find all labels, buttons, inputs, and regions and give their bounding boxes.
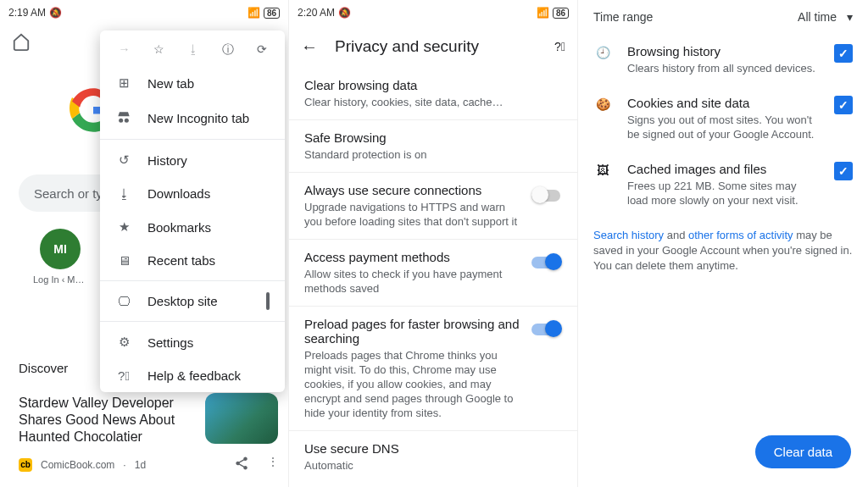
- dropdown-icon[interactable]: ▾: [847, 10, 853, 24]
- dnd-icon: 🔕: [338, 7, 351, 19]
- shortcut-item[interactable]: MI Log In ‹ Mo…: [36, 229, 84, 285]
- refresh-icon[interactable]: ⟳: [257, 42, 267, 58]
- desktop-site-checkbox[interactable]: [266, 292, 270, 310]
- menu-help[interactable]: ?⃝ Help & feedback: [100, 359, 285, 392]
- dnd-icon: 🔕: [49, 7, 62, 19]
- setting-preload-pages[interactable]: Preload pages for faster browsing and se…: [289, 307, 577, 431]
- menu-downloads[interactable]: ⭳ Downloads: [100, 177, 285, 210]
- article-source: ComicBook.com: [41, 459, 114, 471]
- page-title: Privacy and security: [335, 37, 537, 56]
- forward-icon: →: [119, 42, 131, 58]
- menu-incognito[interactable]: New Incognito tab: [100, 100, 285, 136]
- article-thumb: [205, 393, 278, 444]
- access-payment-switch[interactable]: [531, 253, 562, 270]
- devices-icon: 🖥: [115, 253, 132, 268]
- other-activity-link[interactable]: other forms of activity: [688, 229, 793, 241]
- chrome-menu: → ☆ ⭳ ⓘ ⟳ ⊞ New tab New Incognito tab ↺ …: [100, 30, 285, 392]
- cbd-footer-text: Search history and other forms of activi…: [578, 218, 868, 284]
- cookie-icon: 🍪: [593, 96, 612, 111]
- help-icon[interactable]: ?⃝: [554, 40, 565, 53]
- shortcut-badge: MI: [40, 229, 81, 269]
- home-icon[interactable]: [12, 32, 31, 56]
- setting-safe-browsing[interactable]: Safe Browsing Standard protection is on: [289, 120, 577, 173]
- svg-point-1: [125, 119, 129, 123]
- image-icon: 🖼: [593, 162, 612, 177]
- gear-icon: ⚙: [115, 335, 132, 350]
- menu-new-tab[interactable]: ⊞ New tab: [100, 66, 285, 100]
- setting-clear-browsing-data[interactable]: Clear browsing data Clear history, cooki…: [289, 68, 577, 120]
- battery-indicator: 86: [553, 8, 569, 19]
- more-vert-icon[interactable]: ⋮: [268, 456, 278, 473]
- info-icon[interactable]: ⓘ: [222, 42, 234, 58]
- source-badge-icon: cb: [19, 458, 32, 472]
- time-range-value: All time: [798, 10, 837, 24]
- checkbox-checked[interactable]: ✓: [834, 162, 853, 180]
- new-tab-icon: ⊞: [115, 75, 132, 91]
- back-icon[interactable]: ←: [301, 37, 318, 57]
- time-range-label: Time range: [593, 10, 653, 24]
- setting-secure-connections[interactable]: Always use secure connections Upgrade na…: [289, 173, 577, 240]
- star-icon[interactable]: ☆: [153, 42, 164, 58]
- time-range-row[interactable]: Time range All time ▾: [578, 0, 868, 34]
- setting-access-payment[interactable]: Access payment methods Allow sites to ch…: [289, 240, 577, 307]
- search-history-link[interactable]: Search history: [593, 229, 664, 241]
- share-icon[interactable]: [234, 456, 249, 473]
- clock-icon: 🕘: [593, 44, 612, 59]
- status-time: 2:20 AM: [298, 7, 335, 19]
- status-time: 2:19 AM: [8, 7, 46, 19]
- menu-bookmarks[interactable]: ★ Bookmarks: [100, 210, 285, 244]
- desktop-icon: 🖵: [115, 294, 132, 308]
- cbd-cookies[interactable]: 🍪 Cookies and site data Signs you out of…: [578, 86, 868, 152]
- battery-indicator: 86: [264, 8, 280, 19]
- menu-settings[interactable]: ⚙ Settings: [100, 325, 285, 359]
- downloads-icon: ⭳: [115, 186, 132, 201]
- checkbox-checked[interactable]: ✓: [834, 96, 853, 114]
- preload-switch[interactable]: [531, 320, 562, 337]
- article-age: 1d: [135, 459, 146, 471]
- menu-desktop-site[interactable]: 🖵 Desktop site: [100, 285, 285, 318]
- shortcut-label: Log In ‹ Mo…: [33, 274, 87, 285]
- status-bar: 2:20 AM 🔕 📶 86: [289, 0, 577, 25]
- checkbox-checked[interactable]: ✓: [834, 44, 853, 63]
- svg-point-0: [119, 119, 123, 123]
- cbd-cache[interactable]: 🖼 Cached images and files Frees up 221 M…: [578, 152, 868, 218]
- signal-icon: 📶: [537, 7, 549, 19]
- status-bar: 2:19 AM 🔕 📶 86: [0, 0, 288, 25]
- menu-history[interactable]: ↺ History: [100, 143, 285, 177]
- secure-connections-switch[interactable]: [531, 186, 562, 203]
- help-icon: ?⃝: [115, 368, 132, 383]
- signal-icon: 📶: [248, 7, 260, 19]
- discover-header: Discover: [19, 361, 68, 375]
- clear-data-button[interactable]: Clear data: [755, 435, 851, 468]
- menu-recent-tabs[interactable]: 🖥 Recent tabs: [100, 244, 285, 277]
- cbd-browsing-history[interactable]: 🕘 Browsing history Clears history from a…: [578, 34, 868, 86]
- setting-secure-dns[interactable]: Use secure DNS Automatic: [289, 431, 577, 483]
- download-icon: ⭳: [187, 42, 199, 58]
- incognito-icon: [115, 109, 132, 126]
- article-card[interactable]: Stardew Valley Developer Shares Good New…: [19, 395, 278, 473]
- bookmarks-icon: ★: [115, 219, 132, 235]
- history-icon: ↺: [115, 152, 132, 168]
